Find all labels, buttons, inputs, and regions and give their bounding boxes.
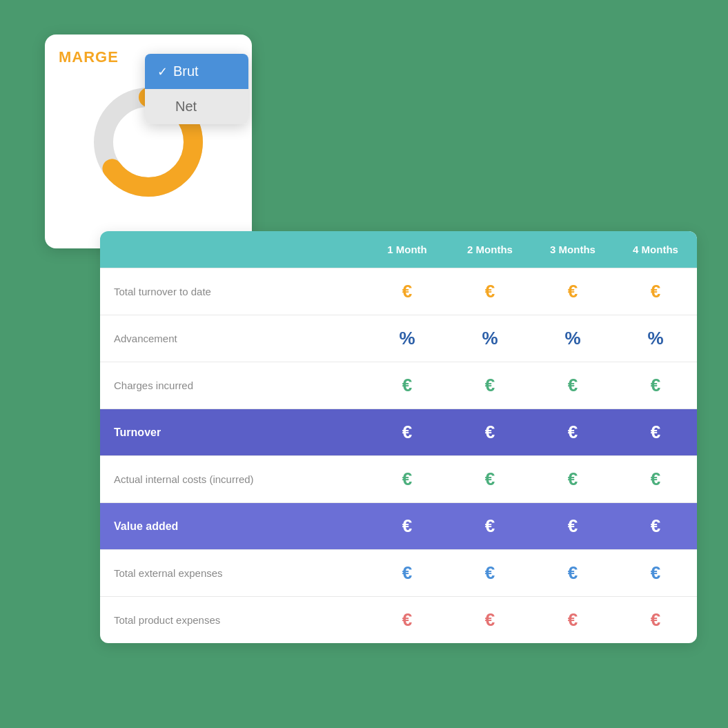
cell-r3-c1: € [449,409,531,455]
cell-r4-c2: € [531,456,614,502]
cell-r0-c2: € [531,268,614,315]
row-label-5: Value added [100,505,366,548]
table-row: Total external expenses€€€€ [100,549,697,596]
dropdown-menu[interactable]: ✓ Brut Net [145,54,248,124]
cell-r3-c0: € [366,409,449,455]
table-row: Advancement%%%% [100,315,697,362]
cell-r5-c3: € [614,503,697,549]
cell-r3-c2: € [531,409,614,455]
table-row: Turnover€€€€ [100,409,697,455]
cell-r2-c1: € [449,362,531,409]
cell-r4-c1: € [449,456,531,502]
cell-r7-c1: € [449,597,531,643]
header-2months: 2 Months [449,231,531,268]
header-4months: 4 Months [614,231,697,268]
table-row: Total turnover to date€€€€ [100,268,697,315]
cell-r6-c3: € [614,550,697,596]
cell-r7-c2: € [531,597,614,643]
table-row: Charges incurred€€€€ [100,362,697,409]
table-body: Total turnover to date€€€€Advancement%%%… [100,268,697,643]
cell-r5-c2: € [531,503,614,549]
row-label-1: Advancement [100,317,366,360]
cell-r1-c1: % [449,315,531,362]
cell-r7-c0: € [366,597,449,643]
cell-r1-c3: % [614,315,697,362]
header-3months: 3 Months [531,231,614,268]
cell-r2-c2: € [531,362,614,409]
cell-r1-c2: % [531,315,614,362]
dropdown-item-net-label: Net [157,99,197,115]
cell-r1-c0: % [366,315,449,362]
cell-r0-c3: € [614,268,697,315]
dropdown-item-net[interactable]: Net [145,89,248,124]
checkmark-icon: ✓ [157,64,168,79]
row-label-3: Turnover [100,411,366,454]
data-table: 1 Month 2 Months 3 Months 4 Months Total… [100,231,697,643]
table-row: Value added€€€€ [100,502,697,549]
dropdown-item-brut-label: Brut [173,63,199,79]
dropdown-item-brut[interactable]: ✓ Brut [145,54,248,89]
row-label-0: Total turnover to date [100,270,366,313]
cell-r5-c1: € [449,503,531,549]
cell-r7-c3: € [614,597,697,643]
row-label-4: Actual internal costs (incurred) [100,458,366,500]
cell-r2-c0: € [366,362,449,409]
header-1month: 1 Month [366,231,449,268]
row-label-7: Total product expenses [100,599,366,641]
header-empty [100,231,366,268]
table-row: Actual internal costs (incurred)€€€€ [100,455,697,502]
cell-r6-c0: € [366,550,449,596]
cell-r0-c1: € [449,268,531,315]
cell-r3-c3: € [614,409,697,455]
cell-r0-c0: € [366,268,449,315]
table-row: Total product expenses€€€€ [100,596,697,643]
row-label-6: Total external expenses [100,552,366,594]
row-label-2: Charges incurred [100,364,366,406]
cell-r6-c2: € [531,550,614,596]
cell-r6-c1: € [449,550,531,596]
cell-r4-c3: € [614,456,697,502]
cell-r5-c0: € [366,503,449,549]
table-header: 1 Month 2 Months 3 Months 4 Months [100,231,697,268]
cell-r4-c0: € [366,456,449,502]
cell-r2-c3: € [614,362,697,409]
